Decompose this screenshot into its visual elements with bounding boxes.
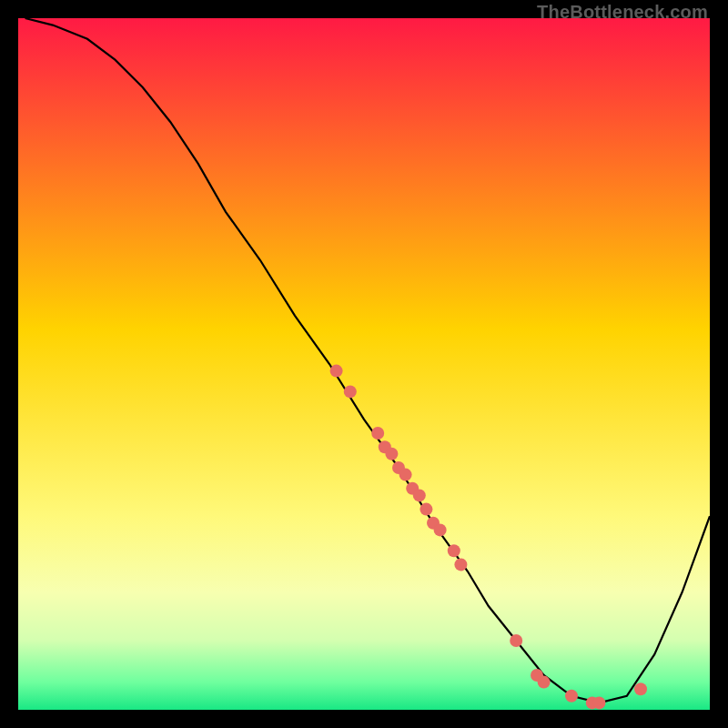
data-marker [385, 448, 398, 460]
data-marker [565, 690, 578, 703]
data-marker [448, 544, 460, 557]
data-marker [371, 427, 384, 440]
data-marker [538, 676, 551, 689]
data-marker [634, 682, 647, 695]
gradient-background [18, 18, 710, 710]
data-marker [330, 365, 343, 378]
data-marker [592, 696, 605, 709]
data-marker [510, 634, 522, 647]
data-marker [420, 503, 432, 516]
data-marker [399, 469, 412, 481]
data-marker [344, 385, 357, 398]
data-marker [434, 523, 447, 536]
chart-frame [18, 18, 710, 710]
watermark-text: TheBottleneck.com [537, 2, 708, 23]
data-marker [454, 558, 467, 571]
data-marker [413, 489, 426, 501]
chart-svg [18, 18, 710, 710]
